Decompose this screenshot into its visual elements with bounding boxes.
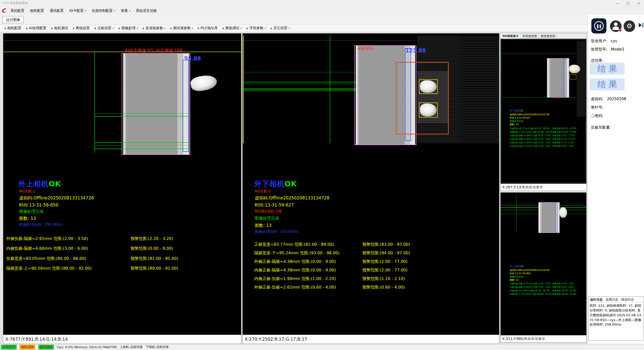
menu-language-switch[interactable]: 系统语言切换	[133, 7, 160, 15]
measurement-row: 外侧正极-隔膜=4.38mm 范围:(0.00 - 9.00)预警范围:(2.0…	[254, 259, 336, 264]
upper-camera-canvas[interactable]: AI动态阈值:93, 动态阈值:100 55.88 外上相机OK NG次数:1 …	[3, 33, 241, 335]
menu-camera-config[interactable]: 相机配置	[27, 7, 47, 15]
upper-camera-check-status: 上相机:点检结束	[120, 345, 143, 349]
ng-thumbnail-lower[interactable]: 外上相机OK 虚拟码:Offline20250208133134728 时间:1…	[500, 192, 587, 335]
chevron-down-icon: ▾	[241, 27, 242, 29]
tool-other-settings[interactable]: ◆其它设置▾	[268, 26, 292, 30]
log-tabs: 运行日志 设置日志 错误日志	[589, 297, 643, 303]
ng-count-label: NG次数:0	[255, 189, 271, 194]
measure-value-label: 123.88	[405, 48, 426, 54]
diamond-icon: ◆	[26, 27, 28, 29]
diamond-icon: ◆	[246, 27, 248, 29]
tool-camera-config[interactable]: ◆相机配置	[2, 26, 24, 30]
orange-detect-box	[396, 62, 449, 134]
menu-light-config[interactable]: 光源控制配置▾	[89, 7, 118, 15]
window-titlebar: CYS-视觉检测系统 — □ ×	[0, 0, 644, 7]
info-panel: ⚙ 登录用户:cys 使用型号:Model1 总结果: 结 果 结 果 虚拟码:…	[588, 15, 644, 344]
measurement-row: 内侧正极-负极=1.90mm 范围:(1.00 - 2.20)预警范围:(1.1…	[254, 276, 336, 282]
virtual-code-label: 虚拟码:Offline20250208133134728	[510, 269, 549, 272]
measurement-row: 内侧负极-隔膜=4.60mm 范围:(3.00 - 6.00)预警范围:(0.0…	[510, 286, 551, 289]
green-measure-line	[94, 116, 190, 117]
chevron-down-icon: ▾	[164, 27, 166, 29]
green-measure-line	[243, 89, 356, 89]
thumb1-cursor-status: X:267;Y:13;R:0;G:0;B:0	[500, 184, 587, 191]
blue-measure-box	[556, 203, 558, 232]
collapse-panel-button[interactable]	[639, 23, 643, 27]
process-done-label: 图像处理完成	[510, 120, 523, 123]
measurement-row: 隔膜宽度-上=90.56mm 范围:(88.00 - 92.00)预警范围:(8…	[510, 293, 552, 296]
tool-test-params[interactable]: ◆测试项参数▾	[168, 26, 195, 30]
tab-data-curve[interactable]: 数据曲线图	[539, 33, 558, 39]
metal-tab-blob	[560, 207, 567, 218]
close-button[interactable]: ×	[633, 0, 644, 7]
lower-camera-cursor-status: X:270;Y:2502;R:17;G:17;B:17	[243, 335, 499, 344]
menu-view[interactable]: 查看▾	[118, 7, 133, 15]
electrode-strip-image	[123, 54, 189, 154]
ng-items-label: NG项目6处:1项	[255, 209, 282, 214]
tool-offline-settings[interactable]: ◆离线设置	[70, 26, 92, 30]
time-label: 时间:13-31-59-627	[255, 202, 294, 208]
ng-count-label: NG次数:1	[19, 189, 35, 194]
metal-tab-blob	[190, 74, 218, 92]
camera-name: 外下相机	[254, 180, 284, 188]
login-user-field: 登录用户:cys	[591, 39, 617, 44]
tab-line-curve[interactable]: 料线曲线图	[521, 33, 539, 39]
time-label: 时间:13-31-59-650	[510, 272, 530, 275]
green-measure-line	[94, 113, 190, 114]
maximize-button[interactable]: □	[623, 0, 633, 7]
measurement-row: 外侧负极-隔膜=2.91mm 范围:(2.00 - 3.50)预警范围:(2.2…	[510, 282, 551, 285]
process-done-label: 图像处理完成	[19, 209, 43, 214]
ng-thumbnail-upper[interactable]: ALL:0 外下相机OK 虚拟码:Offline2025020813313472…	[500, 39, 587, 184]
diamond-icon: ◆	[118, 27, 120, 29]
metal-tab-blob	[420, 80, 437, 93]
result-badge-2: 结 果	[590, 78, 625, 90]
virtual-code-label: 虚拟码:Offline20250208133134728	[255, 195, 329, 201]
green-measure-line	[94, 149, 190, 149]
time-label: 时间:13-31-59-650	[19, 202, 58, 208]
machinery-dark-column	[577, 41, 586, 117]
chevron-down-icon: ▾	[129, 10, 130, 12]
diamond-icon: ◆	[222, 27, 224, 29]
thumb-red-tag: ALL:0	[554, 96, 560, 99]
tool-plc-address[interactable]: ◆PLC地址库	[195, 26, 220, 30]
comm-connection-indicator: 通讯连接	[38, 345, 54, 349]
lower-camera-panel: AI检测框 123.88 外下相机OK NG次数:0 虚拟码:Offline20…	[242, 33, 499, 344]
chevron-down-icon: ▾	[192, 27, 193, 29]
tab-run-image[interactable]: 运行图像	[3, 16, 24, 23]
lower-camera-check-status: 下相机:点检结束	[146, 345, 169, 349]
chevron-down-icon: ▾	[289, 27, 290, 29]
camera-result-title: 外上相机OK	[18, 179, 61, 189]
tool-offline-debug[interactable]: ◆离线调试▾	[220, 26, 244, 30]
ng-view-column: NG视图显示 料线曲线图 数据曲线图 ALL:0 外下相机OK 虚拟码:Offl…	[500, 33, 587, 342]
virtual-code-label: 虚拟码:Offline20250208133134728	[19, 195, 94, 201]
tool-ai-config[interactable]: ◆AI使用配置	[24, 26, 49, 30]
minimize-button[interactable]: —	[612, 0, 623, 7]
pause-button[interactable]	[591, 18, 606, 33]
tab-error-log[interactable]: 错误日志	[620, 297, 635, 302]
tab-ng-view[interactable]: NG视图显示	[501, 33, 521, 39]
user-button[interactable]	[610, 20, 622, 32]
measurement-row: 外侧正极-隔膜=4.38mm 范围:(0.00 - 9.00)预警范围:(2.0…	[510, 134, 551, 137]
app-logo-icon: C	[2, 7, 6, 15]
menu-system-config[interactable]: 系统配置	[8, 7, 27, 15]
menu-io-card-config[interactable]: IO卡配置▾	[67, 7, 89, 15]
machinery-dark-column	[459, 36, 499, 143]
measurement-row: 内侧正极-隔膜=4.38mm 范围:(0.00 - 9.00)预警范围:(2.0…	[510, 138, 551, 141]
tool-spot-check[interactable]: ◆点检设置▾	[92, 26, 116, 30]
lower-camera-canvas[interactable]: AI检测框 123.88 外下相机OK NG次数:0 虚拟码:Offline20…	[243, 33, 499, 335]
green-measure-line	[501, 54, 586, 54]
tab-settings-log[interactable]: 设置日志	[604, 297, 620, 302]
yellow-tab-box	[419, 79, 438, 94]
diamond-icon: ◆	[94, 27, 96, 29]
tool-camera-debug[interactable]: ◆相机调试	[49, 26, 71, 30]
tab-run-log[interactable]: 运行日志	[589, 297, 604, 302]
menu-comm-config[interactable]: 通讯配置	[47, 7, 67, 15]
window-title: CYS-视觉检测系统	[3, 1, 28, 5]
tool-image-process[interactable]: ◆图像处理▾	[116, 26, 140, 30]
settings-button[interactable]: ⚙	[624, 20, 635, 32]
green-measure-line	[243, 84, 356, 84]
tool-char-params[interactable]: ◆字符参数▾	[244, 26, 268, 30]
virtual-code-field: 虚拟码:20250208	[591, 97, 626, 101]
diamond-icon: ◆	[270, 27, 272, 29]
tool-baseline-params[interactable]: ◆基准线参数▾	[140, 26, 168, 30]
